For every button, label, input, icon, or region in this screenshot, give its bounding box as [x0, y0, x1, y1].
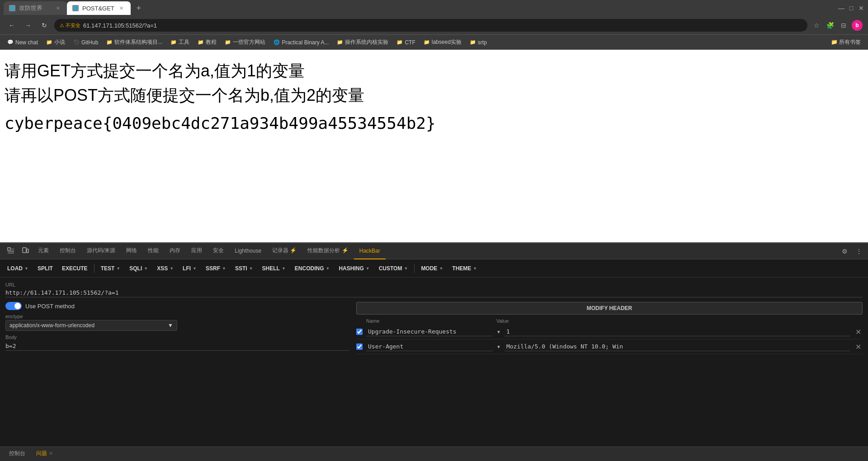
header-1-delete-icon[interactable]: ✕ [854, 328, 863, 336]
tab-2[interactable]: 🌐 POST&GET ✕ [67, 1, 131, 15]
hackbar-sqli-button[interactable]: SQLI ▼ [126, 263, 151, 273]
devtools-more-icon[interactable]: ⋮ [854, 246, 864, 257]
folder-icon: 📁 [46, 39, 52, 46]
svg-rect-2 [27, 249, 28, 253]
header-1-value[interactable] [505, 327, 850, 336]
bookmark-tools[interactable]: 📁 工具 [167, 37, 193, 48]
hackbar-ssrf-button[interactable]: SSRF ▼ [202, 263, 230, 273]
minimize-button[interactable]: — [838, 5, 844, 11]
hackbar-lfi-button[interactable]: LFI ▼ [179, 263, 200, 273]
dt-tab-hackbar[interactable]: HackBar [354, 243, 386, 259]
bookmark-labseed[interactable]: 📁 labseed实验 [420, 37, 465, 48]
address-actions: ☆ 🧩 ⊟ b [811, 20, 863, 31]
tab-2-close[interactable]: ✕ [118, 5, 125, 12]
body-input[interactable] [5, 342, 349, 351]
bookmark-official[interactable]: 📁 一些官方网站 [221, 37, 269, 48]
folder-icon-7: 📁 [396, 39, 403, 46]
bookmark-ctf[interactable]: 📁 CTF [393, 38, 419, 47]
browser-chrome: 🌐 攻防世界 ✕ 🌐 POST&GET ✕ + — □ ✕ ← → ↻ ⚠ 不安… [0, 0, 868, 50]
post-section: Use POST method enctype application/x-ww… [5, 302, 349, 351]
issues-tab-close-icon[interactable]: ✕ [49, 451, 53, 456]
post-method-label: Use POST method [25, 303, 75, 310]
hackbar-ssti-button[interactable]: SSTI ▼ [231, 263, 257, 273]
header-name-col-label: Name [366, 318, 493, 324]
extensions-icon[interactable]: 🧩 [825, 20, 835, 31]
forward-button[interactable]: → [22, 19, 34, 32]
folder-icon-2: 📁 [106, 39, 113, 46]
back-button[interactable]: ← [5, 19, 18, 32]
bookmark-os[interactable]: 📁 操作系统内核实验 [333, 37, 392, 48]
hackbar-shell-button[interactable]: SHELL ▼ [259, 263, 289, 273]
window-controls: — □ ✕ [838, 5, 864, 11]
header-2-value[interactable] [505, 342, 850, 351]
new-tab-button[interactable]: + [132, 2, 145, 14]
bookmarks-bar: 💬 New chat 📁 小说 ⚫ GitHub 📁 软件体系结构项目... 📁… [0, 34, 868, 50]
hackbar-split-button[interactable]: SPLIT [34, 263, 57, 273]
all-bookmarks[interactable]: 📁 所有书签 [827, 37, 864, 48]
bookmark-github[interactable]: ⚫ GitHub [70, 38, 102, 47]
bookmark-tutorial[interactable]: 📁 教程 [194, 37, 220, 48]
page-content: 请用GET方式提交一个名为a,值为1的变量 请再以POST方式随便提交一个名为b… [0, 50, 868, 242]
header-2-delete-icon[interactable]: ✕ [854, 343, 863, 351]
tab-1[interactable]: 🌐 攻防世界 ✕ [4, 1, 67, 15]
dt-tab-lighthouse[interactable]: Lighthouse [229, 243, 267, 259]
header-1-name[interactable] [366, 327, 493, 336]
hackbar-hashing-button[interactable]: HASHING ▼ [335, 263, 373, 273]
bottom-tab-issues[interactable]: 问题 ✕ [31, 447, 58, 461]
dt-tab-memory[interactable]: 内存 [164, 243, 186, 259]
dt-tab-recorder[interactable]: 记录器 ⚡ [267, 243, 302, 259]
maximize-button[interactable]: □ [848, 5, 854, 11]
dt-tab-perf-insights[interactable]: 性能数据分析 ⚡ [302, 243, 354, 259]
bookmark-srtp[interactable]: 📁 srtp [466, 38, 491, 47]
header-2-dropdown-icon[interactable]: ▼ [496, 344, 501, 349]
tab-1-title: 攻防世界 [19, 4, 51, 12]
header-2-name[interactable] [366, 342, 493, 351]
toggle-knob [14, 303, 21, 309]
bookmark-new-chat[interactable]: 💬 New chat [4, 38, 42, 47]
profile-split-icon[interactable]: ⊟ [838, 20, 849, 31]
hackbar-xss-button[interactable]: XSS ▼ [153, 263, 177, 273]
dt-tab-elements[interactable]: 元素 [33, 243, 54, 259]
profile-avatar[interactable]: b [852, 20, 863, 31]
bookmark-star-icon[interactable]: ☆ [811, 20, 822, 31]
hackbar-encoding-button[interactable]: ENCODING ▼ [291, 263, 334, 273]
hackbar-mode-button[interactable]: MODE ▼ [417, 263, 447, 273]
header-1-checkbox[interactable] [356, 329, 363, 335]
bottom-tab-console[interactable]: 控制台 [4, 447, 31, 461]
bookmark-xiaoshuo[interactable]: 📁 小说 [42, 37, 69, 48]
hackbar-test-button[interactable]: TEST ▼ [97, 263, 124, 273]
instruction-line-2: 请再以POST方式随便提交一个名为b,值为2的变量 [5, 83, 863, 108]
dt-tab-performance[interactable]: 性能 [142, 243, 164, 259]
bookmark-binary[interactable]: 🌐 Practical Binary A... [270, 38, 332, 47]
reload-button[interactable]: ↻ [38, 19, 51, 32]
folder-icon-5: 📁 [225, 39, 231, 46]
hackbar-theme-button[interactable]: THEME ▼ [448, 263, 481, 273]
test-arrow: ▼ [116, 266, 120, 271]
dt-tab-inspect-icon[interactable] [4, 243, 18, 259]
hackbar-execute-button[interactable]: EXECUTE [58, 263, 91, 273]
dt-tab-sources[interactable]: 源代码/来源 [81, 243, 121, 259]
enctype-select[interactable]: application/x-www-form-urlencoded ▼ [5, 320, 177, 331]
dt-tab-network[interactable]: 网络 [121, 243, 142, 259]
bookmark-software[interactable]: 📁 软件体系结构项目... [103, 37, 166, 48]
enctype-label: enctype [5, 314, 349, 319]
hackbar-custom-button[interactable]: CUSTOM ▼ [375, 263, 412, 273]
security-badge: ⚠ 不安全 [60, 22, 80, 29]
post-toggle-row: Use POST method [5, 302, 349, 310]
close-button[interactable]: ✕ [858, 5, 864, 11]
dt-tab-device-icon[interactable] [18, 243, 33, 259]
modify-header-button[interactable]: MODIFY HEADER [356, 302, 863, 315]
devtools-panel: 元素 控制台 源代码/来源 网络 性能 内存 应用 安全 Lighthouse … [0, 242, 868, 447]
hackbar-load-button[interactable]: LOAD ▼ [4, 263, 32, 273]
address-input[interactable]: ⚠ 不安全 61.147.171.105:51562/?a=1 [54, 19, 807, 32]
tab-1-close[interactable]: ✕ [54, 5, 61, 12]
post-method-toggle[interactable] [5, 302, 22, 310]
header-2-checkbox[interactable] [356, 343, 363, 350]
folder-icon-6: 📁 [337, 39, 343, 46]
dt-tab-security[interactable]: 安全 [208, 243, 229, 259]
header-1-dropdown-icon[interactable]: ▼ [496, 329, 501, 334]
devtools-settings-icon[interactable]: ⚙ [839, 246, 850, 257]
url-input[interactable] [5, 288, 863, 297]
dt-tab-application[interactable]: 应用 [186, 243, 208, 259]
dt-tab-console[interactable]: 控制台 [54, 243, 81, 259]
